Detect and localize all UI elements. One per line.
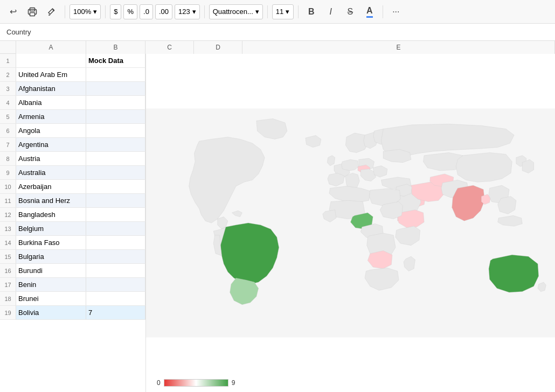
cell-mockdata[interactable] xyxy=(86,124,145,137)
cell-mockdata[interactable] xyxy=(86,222,145,235)
col-header-b[interactable]: B xyxy=(86,41,145,54)
cell-mockdata[interactable] xyxy=(86,138,145,151)
table-row[interactable]: 12Bangladesh xyxy=(0,208,145,222)
cell-mockdata[interactable] xyxy=(86,264,145,277)
row-number: 2 xyxy=(0,68,16,81)
zoom-value: 100% xyxy=(73,8,91,16)
cell-mockdata[interactable] xyxy=(86,208,145,221)
table-row[interactable]: 18Brunei xyxy=(0,292,145,306)
legend-gradient xyxy=(164,379,228,387)
cell-mockdata[interactable] xyxy=(86,236,145,249)
cell-country[interactable]: Argentina xyxy=(16,138,86,151)
col-header-a[interactable]: A xyxy=(16,41,86,54)
text-color-button[interactable]: A xyxy=(361,3,378,20)
print-button[interactable] xyxy=(24,3,41,20)
header-cell-b[interactable]: Mock Data xyxy=(86,54,145,67)
bold-button[interactable]: B xyxy=(303,3,320,20)
more-button[interactable]: ··· xyxy=(387,3,405,20)
cell-mockdata[interactable] xyxy=(86,194,145,207)
table-row[interactable]: 16Burundi xyxy=(0,264,145,278)
separator-5 xyxy=(298,5,299,18)
cell-country[interactable]: Austria xyxy=(16,152,86,165)
separator-6 xyxy=(383,5,383,18)
zoom-dropdown[interactable]: 100% ▾ xyxy=(70,4,101,19)
row-number: 13 xyxy=(0,222,16,235)
col-header-c[interactable]: C xyxy=(145,41,194,54)
row-num-1: 1 xyxy=(0,54,16,67)
table-row[interactable]: 4Albania xyxy=(0,96,145,110)
table-row[interactable]: 7Argentina xyxy=(0,138,145,152)
cell-mockdata[interactable] xyxy=(86,68,145,81)
cell-country[interactable]: Bosnia and Herz xyxy=(16,194,86,207)
font-size-value: 11 xyxy=(276,8,283,16)
cell-mockdata[interactable] xyxy=(86,152,145,165)
table-row[interactable]: 14Burkina Faso xyxy=(0,236,145,250)
legend-max: 9 xyxy=(232,379,235,387)
cell-reference: Country xyxy=(6,28,31,36)
left-panel: 1 Country Mock Data 2United Arab Em3Afgh… xyxy=(0,54,145,392)
cell-country[interactable]: Afghanistan xyxy=(16,82,86,95)
map-container: 0 9 xyxy=(146,54,555,392)
separator-1 xyxy=(65,5,65,18)
currency-dropdown[interactable]: $ xyxy=(110,4,121,19)
cell-mockdata[interactable] xyxy=(86,96,145,109)
decimal-more-dropdown[interactable]: .00 xyxy=(155,4,172,19)
undo-button[interactable]: ↩ xyxy=(4,3,22,20)
cell-country[interactable]: Australia xyxy=(16,166,86,179)
row-number: 3 xyxy=(0,82,16,95)
cell-country[interactable]: Brunei xyxy=(16,292,86,305)
cell-country[interactable]: Bangladesh xyxy=(16,208,86,221)
cell-mockdata[interactable] xyxy=(86,278,145,291)
spreadsheet: A B C D E 1 Country Mock Data 2United Ar… xyxy=(0,41,555,392)
separator-2 xyxy=(105,5,106,18)
row-number: 18 xyxy=(0,292,16,305)
cell-country[interactable]: Bulgaria xyxy=(16,250,86,263)
cell-mockdata[interactable] xyxy=(86,292,145,305)
table-row[interactable]: 10Azerbaijan xyxy=(0,180,145,194)
number-format-chevron: ▾ xyxy=(192,8,196,16)
number-format-dropdown[interactable]: 123 ▾ xyxy=(175,4,200,19)
row-number: 14 xyxy=(0,236,16,249)
cell-country[interactable]: Angola xyxy=(16,124,86,137)
table-row[interactable]: 13Belgium xyxy=(0,222,145,236)
cell-country[interactable]: Burkina Faso xyxy=(16,236,86,249)
cell-mockdata[interactable] xyxy=(86,110,145,123)
col-header-d[interactable]: D xyxy=(194,41,242,54)
cell-country[interactable]: Burundi xyxy=(16,264,86,277)
table-row[interactable]: 6Angola xyxy=(0,124,145,138)
cell-country[interactable]: Azerbaijan xyxy=(16,180,86,193)
cell-country[interactable]: Bolivia xyxy=(16,306,86,319)
cell-mockdata[interactable] xyxy=(86,166,145,179)
cell-mockdata[interactable] xyxy=(86,180,145,193)
world-map xyxy=(146,54,555,392)
col-header-e[interactable]: E xyxy=(242,41,555,54)
table-row[interactable]: 11Bosnia and Herz xyxy=(0,194,145,208)
percent-dropdown[interactable]: % xyxy=(123,4,137,19)
row-number: 4 xyxy=(0,96,16,109)
row-number: 11 xyxy=(0,194,16,207)
table-row[interactable]: 19Bolivia7 xyxy=(0,306,145,320)
table-row[interactable]: 3Afghanistan xyxy=(0,82,145,96)
cell-mockdata[interactable] xyxy=(86,250,145,263)
italic-button[interactable]: I xyxy=(322,3,339,20)
header-cell-a[interactable]: Country xyxy=(16,54,86,67)
cell-mockdata[interactable] xyxy=(86,82,145,95)
paint-format-button[interactable] xyxy=(43,3,60,20)
cell-country[interactable]: Belgium xyxy=(16,222,86,235)
cell-country[interactable]: Benin xyxy=(16,278,86,291)
table-row[interactable]: 17Benin xyxy=(0,278,145,292)
table-row[interactable]: 5Armenia xyxy=(0,110,145,124)
table-row[interactable]: 9Australia xyxy=(0,166,145,180)
cell-country[interactable]: Armenia xyxy=(16,110,86,123)
font-size-dropdown[interactable]: 11 ▾ xyxy=(272,4,294,19)
table-row[interactable]: 2United Arab Em xyxy=(0,68,145,82)
font-dropdown[interactable]: Quattrocen... ▾ xyxy=(209,4,263,19)
cell-country[interactable]: United Arab Em xyxy=(16,68,86,81)
table-row[interactable]: 15Bulgaria xyxy=(0,250,145,264)
strikethrough-button[interactable]: S xyxy=(342,3,359,20)
table-row[interactable]: 8Austria xyxy=(0,152,145,166)
cell-mockdata[interactable]: 7 xyxy=(86,306,145,319)
cell-country[interactable]: Albania xyxy=(16,96,86,109)
decimal-less-dropdown[interactable]: .0 xyxy=(140,4,153,19)
row-number: 17 xyxy=(0,278,16,291)
